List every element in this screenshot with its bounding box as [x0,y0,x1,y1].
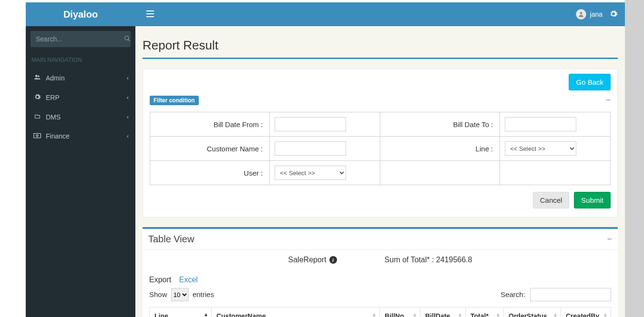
money-icon [32,132,42,140]
filter-badge: Filter condition [150,96,199,105]
bill-date-to-input[interactable] [505,117,576,131]
svg-line-2 [128,39,130,41]
chevron-left-icon: ‹ [127,114,129,120]
show-label: Show [149,290,167,298]
chevron-left-icon: ‹ [127,75,129,81]
line-select[interactable]: << Select >> [505,141,576,156]
page-length-select[interactable]: 10 [171,288,189,301]
avatar-icon [576,9,586,20]
user-menu[interactable]: jana [576,9,603,20]
users-icon [32,74,42,82]
customer-name-input[interactable] [275,141,346,156]
title-underline [143,58,618,59]
svg-rect-5 [34,133,41,138]
info-icon[interactable]: i [329,256,337,264]
sidebar-search [31,31,131,47]
table-search-label: Search: [501,290,525,298]
sale-report-label: SaleReport [288,256,327,264]
page-title: Report Result [143,38,618,53]
filter-table: Bill Date From: Bill Date To: Customer N… [150,112,611,185]
col-billdate[interactable]: BillDate▲▼ [420,307,466,317]
user-label: User [244,169,259,177]
user-select[interactable]: << Select >> [275,166,346,180]
user-name: jana [590,10,603,18]
entries-label: entries [193,290,214,298]
menu-toggle-icon[interactable] [143,6,158,23]
sidebar-item-label: Admin [46,74,127,82]
sidebar-item-admin[interactable]: Admin ‹ [26,68,135,88]
svg-point-1 [125,36,129,40]
gear-icon [32,93,42,102]
cancel-button[interactable]: Cancel [533,192,570,208]
export-label: Export [149,276,171,284]
submit-button[interactable]: Submit [574,192,611,208]
chevron-left-icon: ‹ [127,133,129,139]
sidebar-item-dms[interactable]: DMS ‹ [26,108,135,127]
col-createdby[interactable]: CreatedBy▲▼ [561,307,611,317]
svg-point-3 [35,75,38,77]
go-back-button[interactable]: Go Back [569,74,611,90]
search-input[interactable] [31,35,124,43]
svg-point-0 [580,12,582,14]
col-billno[interactable]: BillNo▲▼ [380,307,420,317]
collapse-icon[interactable]: − [607,234,612,244]
folder-icon [32,113,42,121]
bill-date-from-label: Bill Date From [214,120,259,129]
col-total[interactable]: Total*▲▼ [466,307,504,317]
collapse-icon[interactable]: − [605,95,611,105]
sidebar-item-label: Finance [46,132,127,140]
sidebar-item-label: DMS [46,113,127,121]
col-customer[interactable]: CustomerName▲▼ [212,307,380,317]
svg-point-4 [38,76,40,78]
topbar: Diyaloo jana [26,2,625,26]
table-search-input[interactable] [530,288,611,301]
chevron-left-icon: ‹ [127,94,129,101]
bill-date-from-input[interactable] [275,117,346,131]
table-view-title: Table View [148,234,194,245]
export-excel-link[interactable]: Excel [179,276,198,284]
settings-gears-icon[interactable] [609,10,618,20]
data-table: Line▲▼ CustomerName▲▼ BillNo▲▼ BillDate▲… [149,307,611,317]
svg-point-6 [36,135,38,137]
sidebar: MAIN NAVIGATION Admin ‹ ERP ‹ [26,26,135,317]
main-content: Report Result Go Back Filter condition − [135,26,625,317]
sum-total-label: Sum of Total* : 2419566.8 [385,256,472,264]
nav-header: MAIN NAVIGATION [26,52,135,68]
sidebar-item-erp[interactable]: ERP ‹ [26,88,135,108]
col-orderstatus[interactable]: OrderStatus▲▼ [504,307,561,317]
brand-logo[interactable]: Diyaloo [26,2,135,26]
col-line[interactable]: Line▲▼ [150,307,212,317]
sidebar-item-label: ERP [46,94,127,101]
customer-name-label: Customer Name [207,145,259,153]
filter-panel: Go Back Filter condition − Bill Date Fro… [143,69,618,218]
sidebar-item-finance[interactable]: Finance ‹ [26,127,135,146]
table-view-panel: Table View − SaleReport i Sum of Total* … [143,227,618,317]
line-label: Line [476,145,489,153]
search-icon[interactable] [124,35,131,43]
bill-date-to-label: Bill Date To [453,120,489,129]
